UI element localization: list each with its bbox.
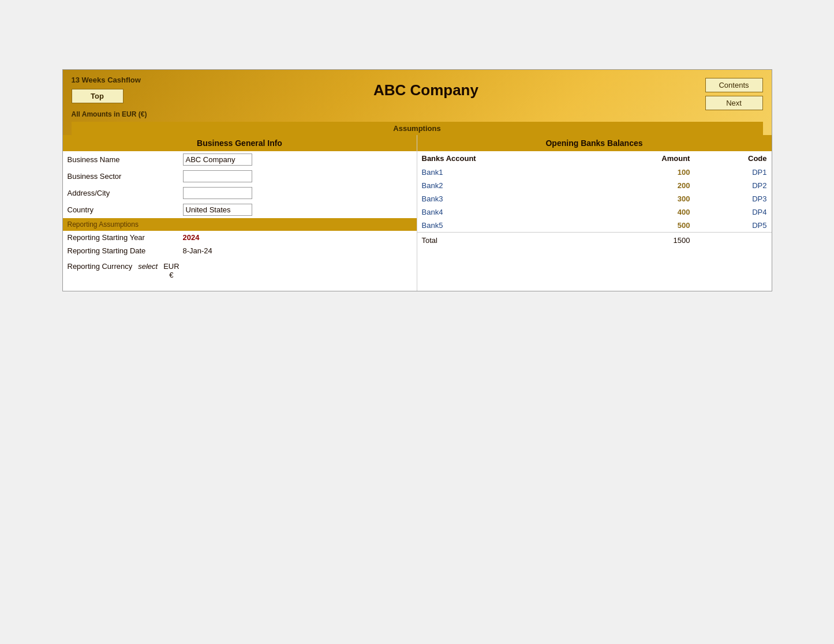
page-wrapper: 13 Weeks Cashflow Top All Amounts in EUR… — [0, 0, 834, 314]
header-center: ABC Company — [147, 76, 705, 99]
table-row: Country United States — [63, 201, 417, 218]
currency-symbol: € — [169, 271, 173, 279]
bank-name: Bank5 — [417, 219, 592, 233]
country-input[interactable]: United States — [183, 204, 252, 216]
currency-section: Reporting Currency select EUR € — [63, 257, 417, 279]
bank-amount: 400 — [592, 205, 695, 219]
bank-amount: 300 — [592, 192, 695, 205]
table-row: Bank5 500 DP5 — [417, 219, 772, 233]
bank-code: DP2 — [694, 179, 771, 192]
total-row: Total 1500 — [417, 233, 772, 248]
contents-button[interactable]: Contents — [705, 78, 763, 92]
field-value — [178, 168, 417, 185]
content-area: Business General Info Business Name ABC … — [63, 135, 772, 291]
table-row: Business Sector — [63, 168, 417, 185]
field-label: Reporting Starting Date — [63, 244, 178, 257]
bank-amount: 200 — [592, 179, 695, 192]
assumptions-bar: Assumptions — [72, 122, 763, 135]
table-row: Reporting Starting Date 8-Jan-24 — [63, 244, 417, 257]
table-row: Reporting Starting Year 2024 — [63, 231, 417, 244]
year-value: 2024 — [183, 233, 200, 242]
field-value: ABC Company — [178, 151, 417, 168]
bank-amount: 100 — [592, 166, 695, 179]
bank-code: DP4 — [694, 205, 771, 219]
col-amount: Amount — [592, 151, 695, 166]
bank-code: DP3 — [694, 192, 771, 205]
table-header-row: Banks Account Amount Code — [417, 151, 772, 166]
field-label: Business Sector — [63, 168, 178, 185]
reporting-assumptions-bar: Reporting Assumptions — [63, 218, 417, 231]
col-banks-account: Banks Account — [417, 151, 592, 166]
top-button[interactable]: Top — [72, 89, 124, 103]
left-panel: Business General Info Business Name ABC … — [63, 135, 417, 291]
field-value: United States — [178, 201, 417, 218]
bank-name: Bank1 — [417, 166, 592, 179]
header-right: Contents Next — [705, 76, 763, 110]
total-amount: 1500 — [592, 233, 695, 248]
header-area: 13 Weeks Cashflow Top All Amounts in EUR… — [63, 70, 772, 135]
app-title: 13 Weeks Cashflow — [72, 76, 147, 84]
bank-name: Bank2 — [417, 179, 592, 192]
header-left: 13 Weeks Cashflow Top All Amounts in EUR… — [72, 76, 147, 118]
bank-amount: 500 — [592, 219, 695, 233]
currency-code: EUR — [163, 262, 179, 271]
field-label: Business Name — [63, 151, 178, 168]
bank-code: DP1 — [694, 166, 771, 179]
table-row: Business Name ABC Company — [63, 151, 417, 168]
next-button[interactable]: Next — [705, 96, 763, 110]
col-code: Code — [694, 151, 771, 166]
right-panel: Opening Banks Balances Banks Account Amo… — [417, 135, 772, 291]
address-input[interactable] — [183, 187, 252, 199]
total-label: Total — [417, 233, 592, 248]
table-row: Bank1 100 DP1 — [417, 166, 772, 179]
bank-code: DP5 — [694, 219, 771, 233]
field-value: 2024 — [178, 231, 417, 244]
reporting-table: Reporting Starting Year 2024 Reporting S… — [63, 231, 417, 257]
table-row: Bank2 200 DP2 — [417, 179, 772, 192]
business-name-input[interactable]: ABC Company — [183, 153, 252, 166]
business-sector-input[interactable] — [183, 170, 252, 182]
main-container: 13 Weeks Cashflow Top All Amounts in EUR… — [62, 69, 772, 291]
field-value — [178, 185, 417, 201]
date-value: 8-Jan-24 — [183, 246, 212, 255]
amounts-label: All Amounts in EUR (€) — [72, 110, 147, 118]
field-label: Reporting Starting Year — [63, 231, 178, 244]
business-info-header: Business General Info — [63, 135, 417, 151]
field-label: Country — [63, 201, 178, 218]
banks-header: Opening Banks Balances — [417, 135, 772, 151]
field-label: Address/City — [63, 185, 178, 201]
table-row: Address/City — [63, 185, 417, 201]
table-row: Bank3 300 DP3 — [417, 192, 772, 205]
banks-table: Banks Account Amount Code Bank1 100 DP1 … — [417, 151, 772, 247]
currency-label: Reporting Currency — [68, 262, 133, 271]
company-title: ABC Company — [373, 81, 478, 99]
bank-name: Bank4 — [417, 205, 592, 219]
header-top-row: 13 Weeks Cashflow Top All Amounts in EUR… — [72, 76, 763, 118]
currency-value: EUR € — [163, 262, 179, 279]
table-row: Bank4 400 DP4 — [417, 205, 772, 219]
bank-name: Bank3 — [417, 192, 592, 205]
field-value: 8-Jan-24 — [178, 244, 417, 257]
total-code — [694, 233, 771, 248]
business-info-table: Business Name ABC Company Business Secto… — [63, 151, 417, 218]
currency-select[interactable]: select — [138, 262, 158, 271]
